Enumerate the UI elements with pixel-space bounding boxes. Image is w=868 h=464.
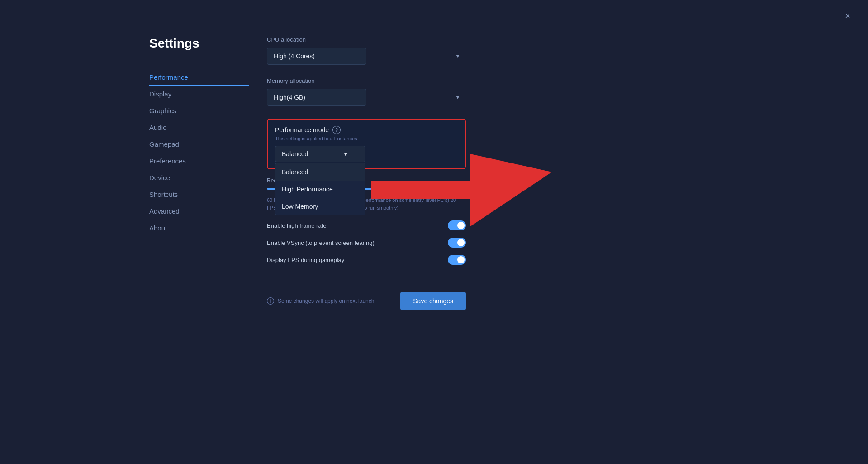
cpu-select-arrow: ▼: [455, 53, 460, 59]
toggle-display-fps: Display FPS during gameplay: [267, 255, 466, 265]
perf-mode-title: Performance mode: [275, 126, 329, 134]
sidebar-item-device[interactable]: Device: [149, 169, 249, 186]
perf-mode-header: Performance mode ?: [275, 126, 458, 134]
close-button[interactable]: ×: [841, 9, 854, 23]
sidebar-item-display[interactable]: Display: [149, 86, 249, 102]
memory-allocation-wrapper: High(4 GB) Medium(3 GB) Low(2 GB) ▼: [267, 89, 466, 106]
performance-mode-menu: Balanced High Performance Low Memory: [275, 163, 365, 215]
toggle-vsync-switch[interactable]: [448, 238, 466, 248]
performance-mode-dropdown[interactable]: Balanced ▼ Balanced High Performance Low…: [275, 146, 365, 162]
performance-mode-trigger[interactable]: Balanced ▼: [275, 146, 365, 162]
help-icon[interactable]: ?: [332, 126, 341, 134]
cpu-allocation-wrapper: High (4 Cores) Medium (3 Cores) Low (2 C…: [267, 48, 466, 65]
sidebar-item-performance[interactable]: Performance: [149, 69, 249, 86]
sidebar-item-about[interactable]: About: [149, 220, 249, 236]
toggle-label-high-frame-rate: Enable high frame rate: [267, 222, 327, 229]
sidebar-item-preferences[interactable]: Preferences: [149, 153, 249, 169]
cpu-allocation-select[interactable]: High (4 Cores) Medium (3 Cores) Low (2 C…: [267, 48, 366, 65]
toggle-vsync: Enable VSync (to prevent screen tearing): [267, 238, 466, 248]
toggle-high-frame-rate-switch[interactable]: [448, 220, 466, 230]
page-title: Settings: [149, 36, 240, 51]
option-balanced[interactable]: Balanced: [275, 163, 365, 181]
fps-value: 60: [455, 186, 466, 192]
sidebar-item-advanced[interactable]: Advanced: [149, 203, 249, 220]
performance-mode-selected: Balanced: [282, 150, 308, 158]
toggle-display-fps-switch[interactable]: [448, 255, 466, 265]
sidebar-item-shortcuts[interactable]: Shortcuts: [149, 186, 249, 203]
toggle-label-vsync: Enable VSync (to prevent screen tearing): [267, 239, 375, 246]
option-high-performance[interactable]: High Performance: [275, 181, 365, 198]
cpu-allocation-label: CPU allocation: [267, 36, 466, 43]
sidebar-item-graphics[interactable]: Graphics: [149, 102, 249, 119]
sidebar: Performance Display Graphics Audio Gamep…: [149, 69, 249, 236]
dropdown-arrow: ▼: [342, 150, 349, 158]
footer-row: i Some changes will apply on next launch…: [267, 283, 466, 310]
memory-allocation-select[interactable]: High(4 GB) Medium(3 GB) Low(2 GB): [267, 89, 366, 106]
memory-select-arrow: ▼: [455, 94, 460, 100]
info-icon: i: [267, 297, 274, 305]
option-low-memory[interactable]: Low Memory: [275, 198, 365, 215]
sidebar-item-gamepad[interactable]: Gamepad: [149, 136, 249, 153]
memory-allocation-label: Memory allocation: [267, 77, 466, 84]
main-content: CPU allocation High (4 Cores) Medium (3 …: [240, 36, 511, 464]
sidebar-item-audio[interactable]: Audio: [149, 119, 249, 136]
save-changes-button[interactable]: Save changes: [400, 292, 466, 310]
footer-note-text: Some changes will apply on next launch: [278, 298, 374, 304]
footer-note: i Some changes will apply on next launch: [267, 297, 374, 305]
performance-mode-box: Performance mode ? This setting is appli…: [267, 119, 466, 169]
toggle-high-frame-rate: Enable high frame rate: [267, 220, 466, 230]
toggle-label-display-fps: Display FPS during gameplay: [267, 257, 344, 263]
perf-mode-subtitle: This setting is applied to all instances: [275, 136, 458, 141]
